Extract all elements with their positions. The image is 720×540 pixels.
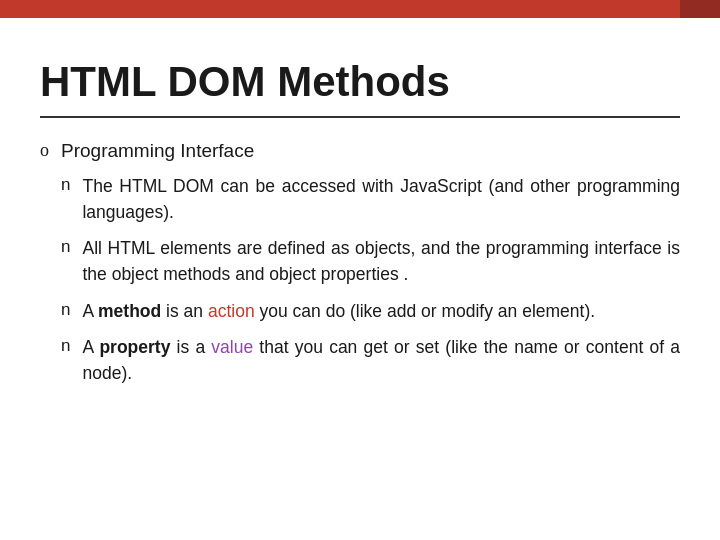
section-heading: Programming Interface: [61, 138, 680, 165]
sub-text-1: The HTML DOM can be accessed with JavaSc…: [82, 173, 680, 226]
list-item-3: n A method is an action you can do (like…: [61, 298, 680, 324]
bullet-o-icon: o: [40, 140, 49, 161]
main-list: o Programming Interface n The HTML DOM c…: [40, 138, 680, 396]
list-item-programming: o Programming Interface n The HTML DOM c…: [40, 138, 680, 396]
bold-method: method: [98, 301, 161, 321]
bullet-n-2: n: [61, 237, 70, 257]
top-bar-accent: [680, 0, 720, 18]
page-title: HTML DOM Methods: [40, 58, 680, 106]
main-content: HTML DOM Methods o Programming Interface…: [0, 18, 720, 432]
top-bar: [0, 0, 720, 18]
sub-text-4: A property is a value that you can get o…: [82, 334, 680, 387]
list-item-4: n A property is a value that you can get…: [61, 334, 680, 387]
bullet-n-3: n: [61, 300, 70, 320]
list-item-2: n All HTML elements are defined as objec…: [61, 235, 680, 288]
sub-text-2: All HTML elements are defined as objects…: [82, 235, 680, 288]
value-text: value: [211, 337, 253, 357]
bullet-n-4: n: [61, 336, 70, 356]
bullet-n-1: n: [61, 175, 70, 195]
sub-text-3: A method is an action you can do (like a…: [82, 298, 595, 324]
list-item-1: n The HTML DOM can be accessed with Java…: [61, 173, 680, 226]
sub-list: n The HTML DOM can be accessed with Java…: [61, 173, 680, 397]
divider: [40, 116, 680, 118]
bold-property: property: [99, 337, 170, 357]
action-text: action: [208, 301, 255, 321]
section-wrap: Programming Interface n The HTML DOM can…: [61, 138, 680, 396]
